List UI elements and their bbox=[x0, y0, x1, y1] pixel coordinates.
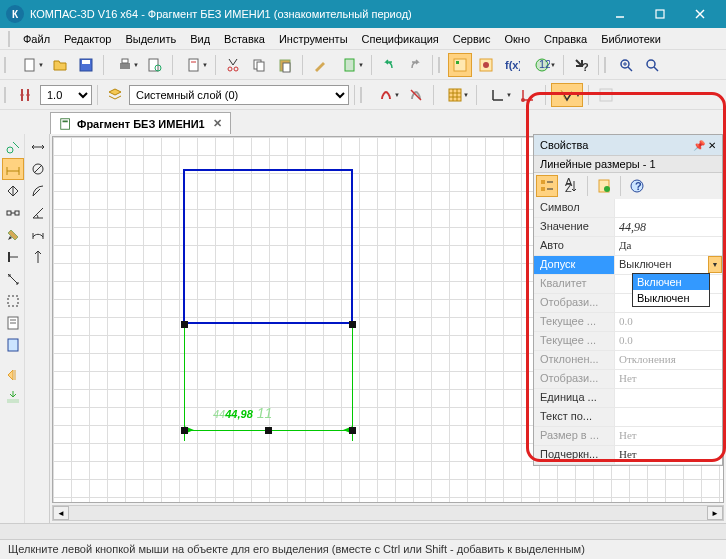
tab-close-icon[interactable]: ✕ bbox=[213, 117, 222, 130]
property-row[interactable]: Размер в ...Нет bbox=[534, 427, 722, 446]
help-prop-button[interactable]: ? bbox=[626, 175, 648, 197]
property-row[interactable]: АвтоДа bbox=[534, 237, 722, 256]
horizontal-scrollbar[interactable]: ◄ ► bbox=[52, 505, 724, 521]
grid-button[interactable]: ▼ bbox=[439, 83, 471, 107]
reports-tool[interactable] bbox=[2, 334, 24, 356]
pin-icon[interactable]: 📌 ✕ bbox=[693, 140, 716, 151]
linear-dim-tool[interactable] bbox=[27, 136, 49, 158]
preview-button[interactable] bbox=[143, 53, 167, 77]
tb-handle-5[interactable] bbox=[360, 87, 366, 103]
property-row[interactable]: Отобрази...Нет bbox=[534, 370, 722, 389]
selection-handle[interactable] bbox=[181, 427, 188, 434]
cut-button[interactable] bbox=[221, 53, 245, 77]
construction-tool[interactable] bbox=[2, 202, 24, 224]
properties-titlebar[interactable]: Свойства 📌 ✕ bbox=[534, 135, 722, 155]
close-button[interactable] bbox=[680, 0, 720, 28]
paste-button[interactable] bbox=[273, 53, 297, 77]
menu-insert[interactable]: Вставка bbox=[217, 33, 272, 45]
layer-combo[interactable]: Системный слой (0) bbox=[129, 85, 349, 105]
document-tab[interactable]: Фрагмент БЕЗ ИМЕНИ1 ✕ bbox=[50, 112, 231, 134]
menu-view[interactable]: Вид bbox=[183, 33, 217, 45]
dropdown-option-on[interactable]: Включен bbox=[633, 274, 709, 290]
menu-select[interactable]: Выделить bbox=[118, 33, 183, 45]
spec-tool[interactable] bbox=[2, 312, 24, 334]
rectangle-shape[interactable] bbox=[183, 169, 353, 324]
local-cs-button[interactable] bbox=[516, 83, 540, 107]
selection-handle[interactable] bbox=[349, 427, 356, 434]
params-tool[interactable] bbox=[2, 246, 24, 268]
tb-handle-3[interactable] bbox=[604, 57, 610, 73]
selection-handle[interactable] bbox=[181, 321, 188, 328]
redo-button[interactable] bbox=[403, 53, 427, 77]
property-row[interactable]: Символ bbox=[534, 199, 722, 218]
angular-dim-tool[interactable] bbox=[27, 202, 49, 224]
format-button[interactable]: ▼ bbox=[334, 53, 366, 77]
filter-button[interactable] bbox=[593, 175, 615, 197]
edit-tool[interactable] bbox=[2, 224, 24, 246]
print-button[interactable]: ▼ bbox=[109, 53, 141, 77]
property-row[interactable]: Подчеркн...Нет bbox=[534, 446, 722, 465]
zoom-fit-button[interactable] bbox=[640, 53, 664, 77]
zoom-in-button[interactable] bbox=[614, 53, 638, 77]
property-row[interactable]: Текущее ...0.0 bbox=[534, 313, 722, 332]
ortho-button[interactable]: ▼ bbox=[482, 83, 514, 107]
property-row[interactable]: Текст по... bbox=[534, 408, 722, 427]
alphabetic-button[interactable]: AZ bbox=[560, 175, 582, 197]
property-row[interactable]: Текущее ...0.0 bbox=[534, 332, 722, 351]
menu-handle[interactable] bbox=[8, 31, 14, 47]
menu-editor[interactable]: Редактор bbox=[57, 33, 118, 45]
geometry-tool[interactable] bbox=[2, 136, 24, 158]
categorize-button[interactable] bbox=[536, 175, 558, 197]
calc-button[interactable]: 12▼ bbox=[526, 53, 558, 77]
menu-spec[interactable]: Спецификация bbox=[355, 33, 446, 45]
menu-libs[interactable]: Библиотеки bbox=[594, 33, 668, 45]
dropdown-button[interactable]: ▼ bbox=[708, 256, 722, 273]
scroll-right-button[interactable]: ► bbox=[707, 506, 723, 520]
menu-help[interactable]: Справка bbox=[537, 33, 594, 45]
scroll-track[interactable] bbox=[69, 506, 707, 520]
height-dim-tool[interactable] bbox=[27, 246, 49, 268]
selection-handle[interactable] bbox=[349, 321, 356, 328]
scroll-left-button[interactable]: ◄ bbox=[53, 506, 69, 520]
menu-tools[interactable]: Инструменты bbox=[272, 33, 355, 45]
tb-handle-2[interactable] bbox=[438, 57, 444, 73]
manager-button[interactable] bbox=[448, 53, 472, 77]
help-button[interactable]: ? bbox=[569, 53, 593, 77]
snap-button[interactable]: ▼ bbox=[370, 83, 402, 107]
arc-dim-tool[interactable] bbox=[27, 224, 49, 246]
property-row[interactable]: Единица ... bbox=[534, 389, 722, 408]
select-tool[interactable] bbox=[2, 290, 24, 312]
radial-dim-tool[interactable] bbox=[27, 180, 49, 202]
tb-handle-4[interactable] bbox=[4, 87, 10, 103]
minimize-button[interactable] bbox=[600, 0, 640, 28]
maximize-button[interactable] bbox=[640, 0, 680, 28]
library-button[interactable] bbox=[474, 53, 498, 77]
measure-tool[interactable] bbox=[2, 268, 24, 290]
open-button[interactable] bbox=[48, 53, 72, 77]
property-row[interactable]: Значение44,98 bbox=[534, 218, 722, 237]
property-row[interactable]: Отклонен...Отклонения bbox=[534, 351, 722, 370]
menu-file[interactable]: Файл bbox=[16, 33, 57, 45]
menu-window[interactable]: Окно bbox=[497, 33, 537, 45]
save-button[interactable] bbox=[74, 53, 98, 77]
edit-button[interactable] bbox=[594, 83, 618, 107]
variables-button[interactable]: f(x) bbox=[500, 53, 524, 77]
layers-button[interactable] bbox=[103, 83, 127, 107]
current-state-button[interactable] bbox=[14, 83, 38, 107]
undo-button[interactable] bbox=[377, 53, 401, 77]
insert-tool[interactable] bbox=[2, 386, 24, 408]
scale-combo[interactable]: 1.0 bbox=[40, 85, 92, 105]
views-tool[interactable] bbox=[2, 364, 24, 386]
copy-button[interactable] bbox=[247, 53, 271, 77]
selection-handle[interactable] bbox=[265, 427, 272, 434]
dropdown-option-off[interactable]: Выключен bbox=[633, 290, 709, 306]
menu-service[interactable]: Сервис bbox=[446, 33, 498, 45]
diameter-dim-tool[interactable] bbox=[27, 158, 49, 180]
dimension-text[interactable]: 44 44,98 11 bbox=[213, 405, 272, 421]
new-button[interactable]: ▼ bbox=[14, 53, 46, 77]
snap-toggle-button[interactable] bbox=[404, 83, 428, 107]
properties-button[interactable]: ▼ bbox=[178, 53, 210, 77]
dimensions-tool[interactable] bbox=[2, 158, 24, 180]
round-button[interactable]: ▼ bbox=[551, 83, 583, 107]
style-button[interactable] bbox=[308, 53, 332, 77]
